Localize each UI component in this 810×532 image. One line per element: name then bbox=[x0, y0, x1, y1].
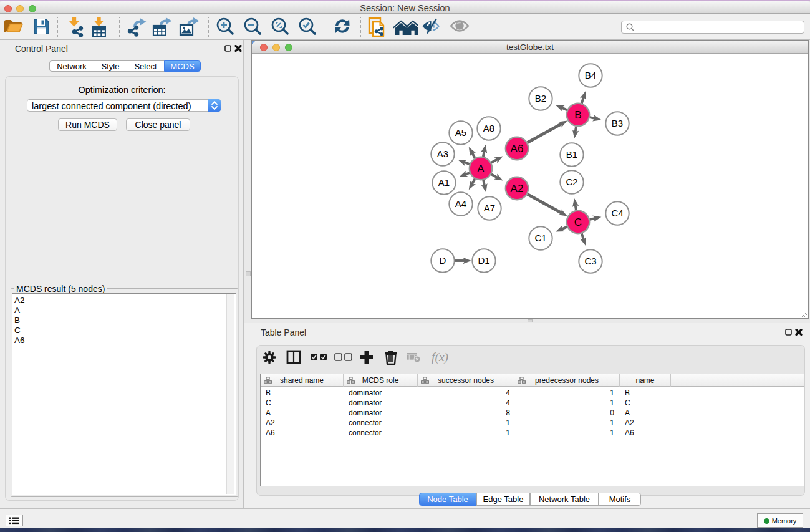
svg-text:C3: C3 bbox=[584, 256, 596, 266]
svg-text:A3: A3 bbox=[437, 148, 448, 159]
svg-text:B2: B2 bbox=[535, 93, 546, 104]
svg-text:D1: D1 bbox=[478, 255, 489, 266]
svg-text:A6: A6 bbox=[511, 143, 524, 155]
svg-text:A5: A5 bbox=[455, 127, 466, 138]
svg-text:C4: C4 bbox=[611, 208, 623, 218]
svg-text:f(x): f(x) bbox=[432, 351, 448, 364]
svg-text:B: B bbox=[574, 109, 581, 121]
svg-text:B3: B3 bbox=[612, 118, 623, 128]
svg-text:A1: A1 bbox=[438, 177, 450, 188]
svg-text:B1: B1 bbox=[566, 149, 577, 160]
svg-text:A4: A4 bbox=[455, 198, 466, 209]
svg-text:C1: C1 bbox=[534, 233, 546, 243]
svg-text:C2: C2 bbox=[566, 177, 577, 187]
svg-text:C: C bbox=[574, 216, 582, 228]
svg-text:D: D bbox=[440, 255, 446, 266]
svg-text:A8: A8 bbox=[483, 123, 494, 133]
svg-text:B4: B4 bbox=[585, 70, 596, 80]
svg-text:A: A bbox=[477, 163, 485, 175]
svg-text:A7: A7 bbox=[484, 203, 495, 213]
svg-text:A2: A2 bbox=[511, 183, 524, 195]
